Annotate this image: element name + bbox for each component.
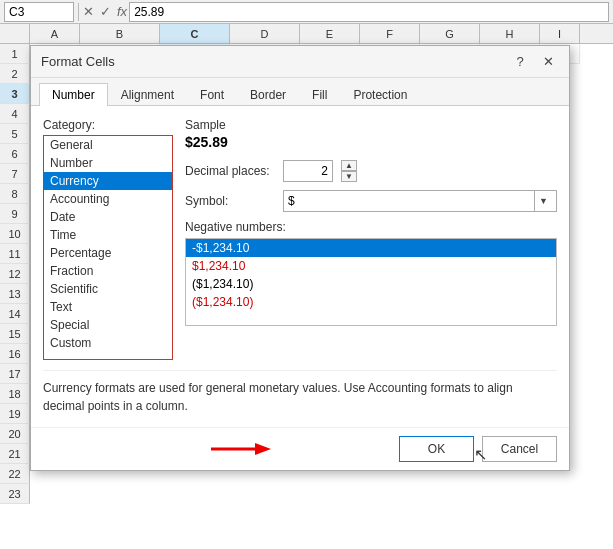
format-cells-dialog: Format Cells ? ✕ Number Alignment Font B…: [30, 45, 570, 471]
cat-fraction[interactable]: Fraction: [44, 262, 172, 280]
col-header-C[interactable]: C: [160, 24, 230, 43]
cancel-icon[interactable]: ✕: [83, 4, 94, 19]
col-header-A[interactable]: A: [30, 24, 80, 43]
row-17[interactable]: 17: [0, 364, 30, 384]
row-22[interactable]: 22: [0, 464, 30, 484]
tab-font[interactable]: Font: [187, 83, 237, 106]
tab-protection[interactable]: Protection: [340, 83, 420, 106]
row-10[interactable]: 10: [0, 224, 30, 244]
category-label: Category:: [43, 118, 173, 132]
row-2[interactable]: 2: [0, 64, 30, 84]
row-7[interactable]: 7: [0, 164, 30, 184]
cat-number[interactable]: Number: [44, 154, 172, 172]
svg-marker-1: [255, 443, 271, 455]
row-13[interactable]: 13: [0, 284, 30, 304]
row-14[interactable]: 14: [0, 304, 30, 324]
help-button[interactable]: ?: [509, 51, 531, 73]
row-8[interactable]: 8: [0, 184, 30, 204]
col-header-E[interactable]: E: [300, 24, 360, 43]
sample-area: Sample $25.89: [185, 118, 557, 150]
cancel-button[interactable]: Cancel: [482, 436, 557, 462]
row-15[interactable]: 15: [0, 324, 30, 344]
symbol-value: $: [288, 194, 295, 208]
cat-scientific[interactable]: Scientific: [44, 280, 172, 298]
neg-item-3[interactable]: ($1,234.10): [186, 293, 556, 311]
col-header-F[interactable]: F: [360, 24, 420, 43]
description-text: Currency formats are used for general mo…: [43, 381, 513, 413]
tab-border[interactable]: Border: [237, 83, 299, 106]
description-area: Currency formats are used for general mo…: [43, 370, 557, 415]
row-headers: 1 2 3 4 5 6 7 8 9 10 11 12 13 14 15 16 1…: [0, 44, 30, 504]
symbol-label: Symbol:: [185, 194, 275, 208]
symbol-dropdown-btn[interactable]: ▼: [534, 191, 552, 211]
decimal-label: Decimal places:: [185, 164, 275, 178]
negative-label: Negative numbers:: [185, 220, 557, 234]
symbol-row: Symbol: $ ▼: [185, 190, 557, 212]
dialog-title: Format Cells: [41, 54, 115, 69]
row-3[interactable]: 3: [0, 84, 30, 104]
row-5[interactable]: 5: [0, 124, 30, 144]
ok-button[interactable]: OK: [399, 436, 474, 462]
spin-up[interactable]: ▲: [341, 160, 357, 171]
row-20[interactable]: 20: [0, 424, 30, 444]
row-6[interactable]: 6: [0, 144, 30, 164]
neg-item-1[interactable]: $1,234.10: [186, 257, 556, 275]
red-arrow-svg: [211, 439, 271, 459]
tab-fill[interactable]: Fill: [299, 83, 340, 106]
right-panel: Sample $25.89 Decimal places: ▲ ▼ Symbol…: [185, 118, 557, 360]
cat-general[interactable]: General: [44, 136, 172, 154]
row-21[interactable]: 21: [0, 444, 30, 464]
category-panel: Category: General Number Currency Accoun…: [43, 118, 173, 360]
col-row-spacer: [0, 24, 30, 43]
dialog-content: Category: General Number Currency Accoun…: [31, 106, 569, 427]
row-23[interactable]: 23: [0, 484, 30, 504]
tab-alignment[interactable]: Alignment: [108, 83, 187, 106]
decimal-row: Decimal places: ▲ ▼: [185, 160, 557, 182]
cat-custom[interactable]: Custom: [44, 334, 172, 352]
cat-date[interactable]: Date: [44, 208, 172, 226]
cat-special[interactable]: Special: [44, 316, 172, 334]
arrow-area: [211, 439, 271, 459]
decimal-spinner: ▲ ▼: [341, 160, 357, 182]
decimal-input[interactable]: [283, 160, 333, 182]
sample-label: Sample: [185, 118, 557, 132]
symbol-select[interactable]: $ ▼: [283, 190, 557, 212]
category-list[interactable]: General Number Currency Accounting Date …: [43, 135, 173, 360]
row-11[interactable]: 11: [0, 244, 30, 264]
cat-text[interactable]: Text: [44, 298, 172, 316]
formula-sep: [78, 3, 79, 21]
row-9[interactable]: 9: [0, 204, 30, 224]
row-18[interactable]: 18: [0, 384, 30, 404]
confirm-icon[interactable]: ✓: [100, 4, 111, 19]
row-1[interactable]: 1: [0, 44, 30, 64]
row-12[interactable]: 12: [0, 264, 30, 284]
cat-currency[interactable]: Currency: [44, 172, 172, 190]
cat-accounting[interactable]: Accounting: [44, 190, 172, 208]
row-16[interactable]: 16: [0, 344, 30, 364]
cat-percentage[interactable]: Percentage: [44, 244, 172, 262]
col-header-G[interactable]: G: [420, 24, 480, 43]
formula-input[interactable]: 25.89: [129, 2, 609, 22]
row-19[interactable]: 19: [0, 404, 30, 424]
sample-value: $25.89: [185, 134, 557, 150]
cell-ref-box[interactable]: C3: [4, 2, 74, 22]
fx-icon[interactable]: fx: [117, 4, 127, 19]
spin-down[interactable]: ▼: [341, 171, 357, 182]
formula-bar: C3 ✕ ✓ fx 25.89: [0, 0, 613, 24]
negative-list[interactable]: -$1,234.10 $1,234.10 ($1,234.10) ($1,234…: [185, 238, 557, 326]
formula-icons: ✕ ✓ fx: [83, 4, 127, 19]
neg-item-0[interactable]: -$1,234.10: [186, 239, 556, 257]
dialog-titlebar: Format Cells ? ✕: [31, 46, 569, 78]
dialog-footer: OK ↖ Cancel: [31, 427, 569, 470]
tab-number[interactable]: Number: [39, 83, 108, 106]
col-header-D[interactable]: D: [230, 24, 300, 43]
close-button[interactable]: ✕: [537, 51, 559, 73]
cat-time[interactable]: Time: [44, 226, 172, 244]
neg-item-2[interactable]: ($1,234.10): [186, 275, 556, 293]
col-headers: A B C D E F G H I: [0, 24, 613, 44]
col-header-B[interactable]: B: [80, 24, 160, 43]
col-header-H[interactable]: H: [480, 24, 540, 43]
col-header-I[interactable]: I: [540, 24, 580, 43]
main-area: Category: General Number Currency Accoun…: [43, 118, 557, 360]
row-4[interactable]: 4: [0, 104, 30, 124]
